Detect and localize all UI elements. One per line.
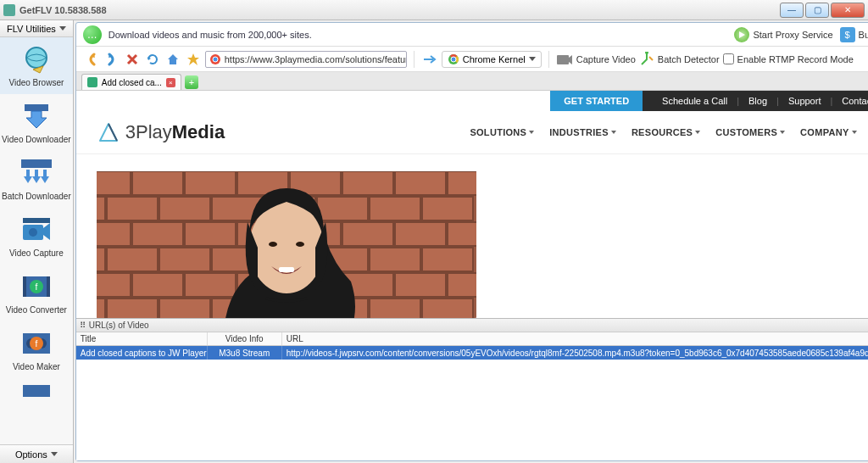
sidebar-options-button[interactable]: Options (0, 444, 73, 463)
camera-icon (556, 53, 573, 66)
browser-tabs: Add closed ca... × + (76, 72, 868, 91)
contact-link[interactable]: Contact Us (832, 96, 868, 106)
webpage: GET STARTED Schedule a Call| Blog| Suppo… (76, 91, 868, 318)
sidebar-item-video-downloader[interactable]: Video Downloader (0, 94, 73, 151)
chevron-down-icon (695, 131, 700, 134)
new-tab-button[interactable]: + (185, 75, 198, 89)
refresh-button[interactable] (144, 51, 161, 68)
svg-rect-69 (97, 298, 105, 318)
svg-rect-38 (107, 197, 158, 220)
svg-rect-8 (23, 276, 26, 297)
svg-rect-75 (370, 298, 420, 318)
buy-now-button[interactable]: $ Buy Now (840, 27, 868, 42)
urls-table-row[interactable]: Add closed captions to JW Player... M3u8… (76, 346, 868, 360)
browser-toolbar: https://www.3playmedia.com/solutions/fea… (76, 47, 868, 72)
svg-rect-17 (23, 385, 50, 397)
sidebar-item-label: Batch Downloader (2, 192, 71, 201)
start-proxy-button[interactable]: Start Proxy Service (734, 27, 832, 42)
browser-tab[interactable]: Add closed ca... × (81, 74, 181, 90)
capture-video-button[interactable]: Capture Video (556, 53, 636, 66)
urls-panel: ⠿ URL(s) of Video Title Video Info URL A… (76, 318, 868, 460)
chrome-favicon-icon (209, 53, 222, 66)
svg-rect-80 (279, 267, 294, 272)
capture-label: Capture Video (576, 54, 636, 64)
page-header: 3PlayMedia SOLUTIONS INDUSTRIES RESOURCE… (76, 111, 868, 155)
svg-point-78 (269, 242, 277, 247)
nav-solutions[interactable]: SOLUTIONS (470, 127, 534, 137)
kernel-label: Chrome Kernel (463, 54, 526, 64)
svg-rect-31 (185, 171, 236, 195)
sidebar-item-more[interactable] (0, 378, 73, 397)
rtmp-checkbox[interactable]: Enable RTMP Record Mode (723, 53, 854, 64)
svg-rect-52 (448, 222, 476, 246)
film-maker-icon: f (19, 328, 53, 359)
chat-bubble-icon: … (83, 25, 102, 44)
batch-detector-button[interactable]: Batch Detector (639, 52, 720, 67)
get-started-button[interactable]: GET STARTED (550, 91, 643, 111)
forward-button[interactable] (103, 51, 120, 68)
sidebar-item-video-converter[interactable]: f Video Converter (0, 265, 73, 321)
blog-link[interactable]: Blog (739, 96, 776, 106)
sidebar-item-batch-downloader[interactable]: Batch Downloader (0, 151, 73, 208)
camera-capture-icon (19, 215, 53, 245)
svg-rect-61 (97, 273, 131, 297)
video-thumbnail[interactable] (97, 171, 476, 318)
sidebar-item-label: Video Converter (2, 305, 71, 315)
stop-button[interactable] (124, 51, 141, 68)
back-button[interactable] (83, 51, 100, 68)
chevron-down-icon (529, 57, 536, 61)
buy-now-label: Buy Now (859, 30, 868, 40)
nav-industries[interactable]: INDUSTRIES (549, 127, 616, 137)
tab-title: Add closed ca... (102, 78, 162, 87)
kernel-dropdown[interactable]: Chrome Kernel (442, 51, 542, 68)
rtmp-label: Enable RTMP Record Mode (737, 54, 854, 64)
window-titlebar: GetFLV 10.5838.588 — ▢ ✕ (0, 0, 868, 20)
support-link[interactable]: Support (779, 96, 831, 106)
svg-point-5 (29, 228, 37, 237)
window-close-button[interactable]: ✕ (831, 3, 865, 18)
sidebar-item-video-capture[interactable]: Video Capture (0, 208, 73, 265)
favorite-button[interactable] (185, 51, 202, 68)
sidebar-item-video-maker[interactable]: f Video Maker (0, 321, 73, 378)
svg-rect-46 (132, 222, 183, 246)
sidebar-header-dropdown[interactable]: FLV Utilities (0, 20, 73, 37)
svg-rect-68 (448, 273, 476, 297)
svg-rect-76 (422, 298, 473, 318)
svg-rect-42 (317, 197, 368, 220)
svg-rect-29 (97, 171, 131, 195)
nav-resources[interactable]: RESOURCES (632, 127, 700, 137)
chevron-down-icon (780, 131, 785, 134)
sidebar-header-label: FLV Utilities (7, 24, 56, 34)
batch-label: Batch Detector (658, 54, 720, 64)
svg-point-26 (645, 52, 648, 54)
globe-browser-icon (19, 44, 53, 75)
cart-icon: $ (840, 27, 855, 42)
nav-company[interactable]: COMPANY (800, 127, 857, 137)
col-url[interactable]: URL (282, 332, 868, 345)
go-button[interactable] (421, 51, 438, 68)
col-info[interactable]: Video Info (208, 332, 282, 345)
sidebar-item-video-browser[interactable]: Video Browser (0, 37, 73, 94)
svg-point-24 (451, 57, 456, 62)
start-proxy-label: Start Proxy Service (753, 30, 832, 40)
svg-rect-35 (395, 171, 446, 195)
svg-point-77 (249, 202, 324, 293)
window-maximize-button[interactable]: ▢ (805, 3, 829, 18)
chrome-icon (448, 53, 459, 65)
svg-rect-47 (185, 222, 236, 246)
schedule-call-link[interactable]: Schedule a Call (653, 96, 737, 106)
rtmp-checkbox-input[interactable] (723, 53, 734, 64)
chevron-down-icon (59, 26, 66, 31)
tab-close-button[interactable]: × (166, 78, 175, 87)
svg-rect-2 (25, 104, 48, 111)
address-bar[interactable]: https://www.3playmedia.com/solutions/fea… (205, 51, 407, 68)
col-title[interactable]: Title (76, 332, 208, 345)
site-logo[interactable]: 3PlayMedia (97, 120, 225, 144)
home-button[interactable] (164, 51, 181, 68)
nav-customers[interactable]: CUSTOMERS (715, 127, 785, 137)
chevron-down-icon (611, 131, 616, 134)
svg-rect-45 (97, 222, 131, 246)
sidebar-item-label: Video Maker (2, 362, 71, 371)
sidebar-footer-label: Options (15, 449, 47, 460)
window-minimize-button[interactable]: — (780, 3, 804, 18)
